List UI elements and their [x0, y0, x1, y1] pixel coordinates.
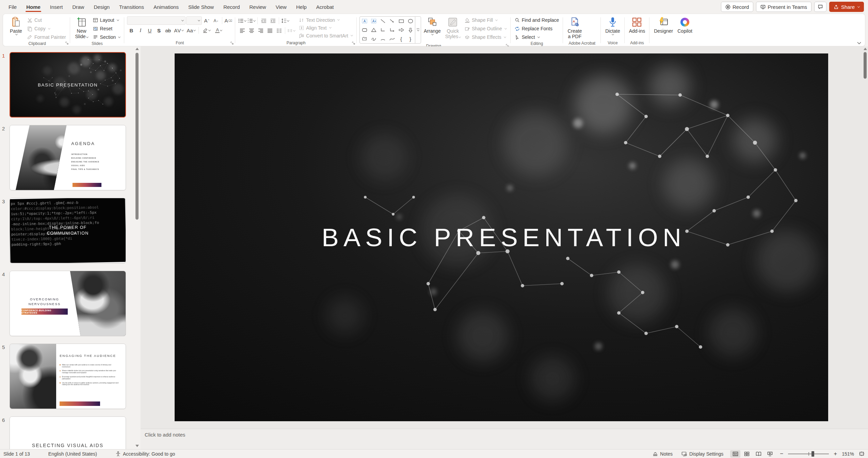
zoom-slider[interactable]	[788, 454, 829, 454]
select-button[interactable]: Select	[513, 33, 561, 41]
shape-fill-button[interactable]: Shape Fill	[463, 16, 508, 24]
shape-outline-button[interactable]: Shape Outline	[463, 25, 508, 32]
add-remove-columns-button[interactable]	[287, 27, 295, 35]
scribble-shape[interactable]	[369, 34, 378, 43]
numbering-button[interactable]	[247, 17, 256, 25]
thumbnail-slide-1[interactable]: 1 BASIC PRESENTATION	[0, 52, 141, 117]
align-left-button[interactable]	[238, 27, 246, 35]
text-box-shape[interactable]: A	[360, 17, 369, 26]
editor-scrollbar[interactable]	[863, 46, 868, 429]
tab-acrobat[interactable]: Acrobat	[312, 1, 338, 13]
increase-indent-button[interactable]	[269, 17, 277, 25]
strikethrough-button[interactable]: ab	[164, 26, 172, 34]
quick-styles-button[interactable]: Quick Styles	[444, 15, 462, 40]
character-spacing-button[interactable]: AV	[173, 26, 184, 34]
create-pdf-button[interactable]: A Create a PDF	[566, 15, 583, 40]
font-name-select[interactable]	[127, 16, 186, 25]
thumbnail-scrollbar[interactable]	[135, 46, 140, 449]
rounded-rectangle-shape[interactable]	[360, 26, 369, 34]
arrange-button[interactable]: Arrange	[422, 15, 443, 36]
change-case-button[interactable]: Aa	[185, 26, 197, 34]
scroll-down-icon[interactable]	[135, 445, 139, 447]
arc-shape[interactable]	[378, 34, 387, 43]
line-spacing-button[interactable]	[281, 17, 289, 25]
thumbnail-slide-3[interactable]: 3 px 5px #ccc}.gbrtl .gbm{-moz-bcolor:#c…	[0, 198, 141, 263]
thumbnail-scrollbar-thumb[interactable]	[135, 53, 139, 220]
find-and-replace-button[interactable]: Find and Replace	[513, 16, 561, 24]
language-indicator[interactable]: English (United States)	[48, 451, 97, 457]
down-arrow-shape[interactable]	[406, 26, 415, 34]
format-painter-button[interactable]: Format Painter	[26, 33, 67, 41]
share-button[interactable]: Share	[829, 2, 864, 12]
cut-button[interactable]: Cut	[26, 16, 67, 24]
bold-button[interactable]: B	[127, 26, 135, 34]
justify-button[interactable]	[266, 27, 274, 35]
tab-review[interactable]: Review	[245, 1, 271, 13]
left-brace-shape[interactable]: {	[397, 34, 406, 43]
grow-font-button[interactable]: A⌃	[203, 17, 211, 25]
oval-shape[interactable]	[406, 17, 415, 26]
tab-design[interactable]: Design	[89, 1, 114, 13]
tab-transitions[interactable]: Transitions	[115, 1, 148, 13]
dictate-button[interactable]: Dictate	[604, 15, 622, 36]
copy-button[interactable]: Copy	[26, 25, 67, 32]
addins-button[interactable]: Add-ins	[627, 15, 647, 35]
thumbnail-slide-4[interactable]: 4 OVERCOMINGNERVOUSNESS CONFIDENCE-BUILD…	[0, 271, 141, 336]
tab-help[interactable]: Help	[292, 1, 311, 13]
elbow-connector-shape[interactable]	[378, 26, 387, 34]
scroll-up-icon[interactable]	[864, 48, 867, 50]
font-size-select[interactable]	[186, 16, 202, 25]
align-center-button[interactable]	[247, 27, 256, 35]
right-brace-shape[interactable]: }	[406, 34, 415, 43]
replace-fonts-button[interactable]: Replace Fonts	[513, 25, 561, 32]
scroll-up-icon[interactable]	[135, 48, 139, 50]
tab-view[interactable]: View	[271, 1, 291, 13]
convert-to-smartart-button[interactable]: Convert to SmartArt	[298, 32, 354, 39]
triangle-shape[interactable]	[369, 26, 378, 34]
align-right-button[interactable]	[256, 27, 265, 35]
slide-canvas[interactable]: BASIC PRESENTATION	[175, 53, 828, 421]
comments-button[interactable]	[814, 2, 826, 12]
record-button[interactable]: Record	[721, 2, 753, 12]
thumbnail-slide-5[interactable]: 5 ENGAGING THE AUDIENCE Make eye contact…	[0, 344, 141, 409]
vertical-text-box-shape[interactable]: A	[369, 17, 378, 26]
reset-button[interactable]: Reset	[92, 25, 122, 32]
decrease-indent-button[interactable]	[259, 17, 268, 25]
notes-pane[interactable]: Click to add notes	[141, 429, 868, 449]
slide-indicator[interactable]: Slide 1 of 13	[3, 451, 30, 457]
present-in-teams-button[interactable]: Present in Teams	[756, 2, 811, 12]
tab-animations[interactable]: Animations	[149, 1, 183, 13]
collapse-ribbon-button[interactable]	[857, 42, 862, 45]
reading-view-button[interactable]	[753, 450, 763, 458]
columns-button[interactable]	[275, 27, 283, 35]
layout-button[interactable]: Layout	[92, 16, 122, 24]
rectangle-shape[interactable]	[397, 17, 406, 26]
line-shape[interactable]	[378, 17, 387, 26]
tab-insert[interactable]: Insert	[46, 1, 67, 13]
zoom-out-button[interactable]: −	[780, 451, 783, 457]
thumbnail-slide-2[interactable]: 2 AGENDA INTRODUCTION BUILDING CONFIDENC…	[0, 125, 141, 190]
text-highlight-button[interactable]	[200, 26, 212, 34]
zoom-in-button[interactable]: +	[834, 451, 837, 457]
designer-button[interactable]: Designer	[652, 15, 675, 35]
slide-title-text[interactable]: BASIC PRESENTATION	[175, 53, 828, 421]
display-settings-button[interactable]: Display Settings	[679, 451, 725, 457]
shrink-font-button[interactable]: A⌄	[212, 17, 220, 25]
notes-placeholder[interactable]: Click to add notes	[145, 432, 185, 438]
align-text-button[interactable]: Align Text	[298, 24, 354, 31]
slide-sorter-view-button[interactable]	[742, 450, 752, 458]
arrow-shape[interactable]	[387, 17, 397, 26]
elbow-arrow-connector-shape[interactable]	[387, 26, 397, 34]
zoom-slider-thumb[interactable]	[811, 451, 814, 457]
clipboard-dialog-launcher[interactable]	[65, 41, 69, 45]
font-dialog-launcher[interactable]	[230, 41, 234, 45]
tab-record[interactable]: Record	[219, 1, 244, 13]
tab-draw[interactable]: Draw	[68, 1, 89, 13]
underline-button[interactable]: U	[145, 26, 154, 34]
copilot-button[interactable]: Copilot	[676, 15, 694, 35]
right-arrow-shape[interactable]	[397, 26, 406, 34]
accessibility-status[interactable]: Accessibility: Good to go	[115, 451, 175, 457]
normal-view-button[interactable]	[730, 450, 740, 458]
shape-gallery-more-button[interactable]	[415, 17, 421, 43]
tab-home[interactable]: Home	[22, 1, 45, 13]
